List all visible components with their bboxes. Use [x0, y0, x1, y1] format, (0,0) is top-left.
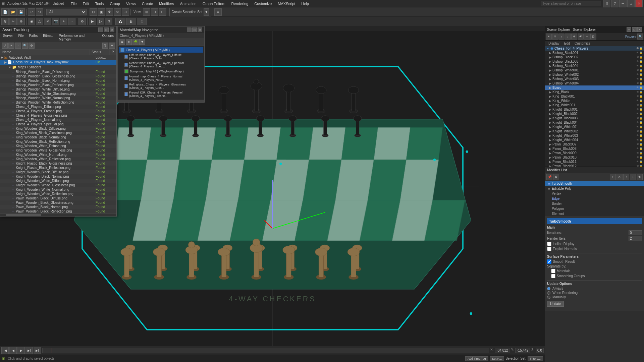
smooth-result-checkbox[interactable]	[547, 259, 551, 264]
maximize-btn[interactable]: □	[627, 0, 635, 7]
at-menu-file[interactable]: File	[17, 34, 25, 42]
mod-toggle-btn[interactable]: 👁	[637, 174, 643, 180]
geo-btn[interactable]: ◉	[28, 18, 35, 25]
render-iters-input[interactable]	[629, 236, 642, 241]
at-tb-settings[interactable]: ⚙	[29, 43, 35, 49]
minimize-btn[interactable]: ─	[619, 0, 627, 7]
se-tb-add[interactable]: +	[546, 34, 552, 40]
search-input[interactable]	[541, 1, 601, 6]
bind-btn[interactable]: ⊕	[17, 18, 25, 25]
mat-item[interactable]: Refl. gloss.: Chess_4_Players_Glossiness…	[119, 82, 203, 90]
helper-btn[interactable]: +	[60, 18, 67, 25]
at-tb-find[interactable]: 🔍	[22, 43, 28, 49]
rotate-btn[interactable]: ↻	[114, 8, 121, 16]
timeline[interactable]	[42, 348, 489, 353]
se-item[interactable]: ▶Knight_White002👁🔒	[545, 129, 644, 133]
mod-move-up-btn[interactable]: ↑	[623, 174, 629, 180]
mod-item-turbosmooth[interactable]: ◉ TurboSmooth	[545, 181, 644, 186]
toolbar-btn[interactable]: ⚙	[603, 0, 610, 7]
se-item[interactable]: ▶Knight_Black004👁🔒	[545, 120, 644, 125]
se-tb-delete[interactable]: ✕	[552, 34, 558, 40]
save-btn[interactable]: 💾	[17, 8, 25, 16]
se-item-root[interactable]: ▼ ◉ Chess_for_4_Players 👁 🔒	[545, 46, 644, 51]
menu-rendering[interactable]: Rendering	[229, 1, 251, 6]
mat-item[interactable]: Normal map: Chess_4_Players_Normal (Ches…	[119, 74, 203, 82]
se-item-board[interactable]: ▶Board👁🔒	[545, 85, 644, 90]
se-item[interactable]: ▶Bishop_Black002👁🔒	[545, 55, 644, 59]
mat-item[interactable]: Diffuse map: Chess_4_Players_Diffuse (Ch…	[119, 53, 203, 61]
at-maximize-btn[interactable]: □	[104, 27, 109, 32]
se-tb-freeze[interactable]: ❄	[571, 34, 577, 40]
menu-help[interactable]: Help	[299, 1, 312, 6]
se-item[interactable]: ▶Knight_Black003👁🔒	[545, 116, 644, 120]
se-tb-hide[interactable]: 👁	[578, 34, 584, 40]
isoline-checkbox[interactable]	[547, 242, 551, 246]
se-item[interactable]: ▶King_White👁🔒	[545, 99, 644, 103]
at-item-maps[interactable]: ▼ 📁 Maps / Shaders	[0, 65, 116, 70]
menu-views[interactable]: Views	[123, 1, 139, 6]
se-tb-select[interactable]: ⊡	[590, 34, 596, 40]
at-tb-scroll[interactable]: ▼	[109, 43, 115, 49]
mirror-btn[interactable]: ⊣	[151, 8, 158, 16]
render-setup-btn[interactable]: ⚙	[105, 18, 112, 25]
se-item[interactable]: ▶Bishop_Black004👁🔒	[545, 64, 644, 68]
move-btn[interactable]: ✥	[106, 8, 113, 16]
mat-nav-minimize[interactable]: ─	[187, 27, 192, 32]
snap-btn[interactable]: ⊞	[143, 8, 150, 16]
list-item[interactable]: ▪Knight_Wooden_White_Glossiness.pngFound	[0, 183, 116, 187]
at-menu-bitmap[interactable]: Bitmap	[42, 34, 55, 42]
manually-radio[interactable]	[547, 296, 550, 299]
se-item[interactable]: ▶Pawn_Black010👁🔒	[545, 155, 644, 160]
when-rendering-option[interactable]: When Rendering	[547, 291, 642, 295]
mod-pin-btn[interactable]: 📌	[546, 174, 552, 180]
list-item[interactable]: ▪King_Wooden_Black_Glossiness.pngFound	[0, 131, 116, 135]
menu-maxscript[interactable]: MAXScript	[275, 1, 298, 6]
list-item[interactable]: ▪Bishop_Wooden_White_Normal.pngFound	[0, 96, 116, 100]
mod-item-border[interactable]: Border	[545, 201, 644, 206]
list-item[interactable]: ▪Chess_4_Players_Normal.pngFound	[0, 118, 116, 122]
list-item[interactable]: ▪Bishop_Wooden_White_Reflection.pngFound	[0, 100, 116, 105]
se-maximize-btn[interactable]: □	[632, 27, 637, 32]
se-item[interactable]: ▶Pawn_Black011👁🔒	[545, 160, 644, 164]
list-item[interactable]: ▪Bishop_Wooden_Black_Glossiness.pngFound	[0, 74, 116, 78]
se-tb-layer[interactable]: ≡	[584, 34, 590, 40]
new-btn[interactable]: 📄	[1, 8, 9, 16]
mn-btn-tree[interactable]: 🌳	[132, 39, 139, 45]
se-tb-move-dn[interactable]: ↓	[565, 34, 571, 40]
se-item[interactable]: ▶King_Black001👁🔒	[545, 94, 644, 99]
at-scrollbar[interactable]	[0, 214, 116, 216]
list-item[interactable]: ▪King_Wooden_White_Glossiness.pngFound	[0, 148, 116, 153]
menu-graph-editors[interactable]: Graph Editors	[200, 1, 228, 6]
se-item[interactable]: ▶Knight_Black001👁🔒	[545, 107, 644, 112]
system-btn[interactable]: ⚙	[78, 18, 86, 25]
se-item[interactable]: ▶Pawn_Black007👁🔒	[545, 142, 644, 146]
se-close-btn[interactable]: ✕	[637, 27, 642, 32]
list-item[interactable]: ▪Chess_4_Players_Diffuse.pngFound	[0, 105, 116, 109]
quick-render-btn[interactable]: ▷	[97, 18, 104, 25]
manually-option[interactable]: Manually	[547, 295, 642, 299]
undo-btn[interactable]: ↩	[28, 8, 35, 16]
shape-btn[interactable]: △	[36, 18, 43, 25]
at-close-btn[interactable]: ✕	[110, 27, 114, 32]
render-btn[interactable]: ▶	[89, 18, 96, 25]
mat-item[interactable]: Reflect map: Chess_4_Players_Specular (C…	[119, 61, 203, 69]
se-item[interactable]: ▶King_Black👁🔒	[545, 90, 644, 94]
turbosmooth-section-header[interactable]: TurboSmooth	[547, 218, 642, 224]
mat-nav-scrollbar[interactable]	[118, 100, 204, 102]
list-item[interactable]: ▪Chess_4_Players_Specular.pngFound	[0, 122, 116, 126]
se-item[interactable]: ▶Pawn_Black012👁🔒	[545, 164, 644, 167]
se-tab-display[interactable]: Display	[547, 41, 561, 46]
abc-btn[interactable]: A	[115, 18, 125, 25]
list-item[interactable]: ▪King_Wooden_Black_Diffuse.pngFound	[0, 126, 116, 131]
redo-btn[interactable]: ↪	[36, 8, 43, 16]
when-rendering-radio[interactable]	[547, 291, 550, 295]
menu-customize[interactable]: Customize	[252, 1, 274, 6]
list-item[interactable]: ▪King_Wooden_Black_Normal.pngFound	[0, 135, 116, 139]
mat-nav-maximize[interactable]: □	[192, 27, 197, 32]
se-tab-customize[interactable]: Customize	[573, 41, 592, 46]
menu-modifiers[interactable]: Modifiers	[156, 1, 177, 6]
space-warp-btn[interactable]: ~	[68, 18, 75, 25]
select-region-btn[interactable]: ▣	[98, 8, 105, 16]
list-item[interactable]: ▪Pawn_Wooden_Black_Glossiness.pngFound	[0, 200, 116, 205]
at-minimize-btn[interactable]: ─	[98, 27, 103, 32]
